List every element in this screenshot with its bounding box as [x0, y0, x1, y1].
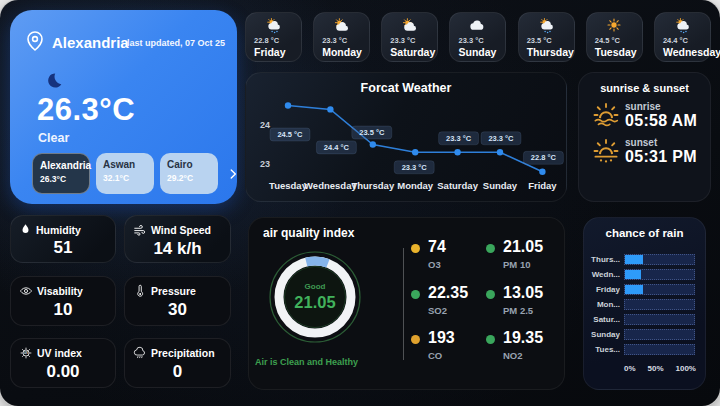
chance-of-rain-card: chance of rain Thurs... Wedn... Friday M…: [583, 217, 706, 390]
city-chip-list: Alexandria 26.3°C Aswan 32.1°C Cairo 29.…: [32, 153, 240, 194]
forecast-chart: 242324.5 °C24.4 °C23.5 °C23.3 °C23.3 °C2…: [246, 73, 568, 203]
aqi-value: 21.05: [294, 293, 335, 311]
day-card-monday[interactable]: 23.3 °C Monday: [313, 12, 370, 62]
status-dot: [411, 244, 420, 253]
status-dot: [411, 335, 420, 344]
wind-icon: [133, 223, 147, 237]
day-card-sunday[interactable]: 23.3 °C Sunday: [449, 12, 506, 62]
sunrise-sunset-card: sunrise & sunset sunrise 05:58 AM sunset…: [578, 72, 711, 202]
city-chip-alexandria[interactable]: Alexandria 26.3°C: [32, 153, 90, 194]
air-quality-title: air quality index: [263, 226, 354, 240]
svg-text:Wednesday: Wednesday: [304, 180, 357, 191]
thermometer-icon: [133, 284, 147, 298]
sun-cloud-rain-icon: [265, 17, 282, 35]
sun-cloud-icon: [401, 17, 418, 34]
rain-row-thursday: Thurs...: [590, 252, 695, 267]
uv-index-card: UV index 0.00: [10, 338, 116, 388]
rain-axis: 0% 50% 100%: [624, 364, 696, 373]
sun-cloud-rain-icon: [538, 17, 555, 35]
last-updated: last updated, 07 Oct 25: [127, 38, 225, 48]
rain-row-tuesday: Tues...: [590, 342, 695, 357]
svg-text:Friday: Friday: [528, 180, 557, 191]
svg-text:23: 23: [260, 159, 270, 169]
chance-of-rain-title: chance of rain: [584, 227, 705, 239]
aqi-status: Good: [305, 282, 326, 291]
rain-row-monday: Mon...: [590, 297, 695, 312]
svg-text:Tuesday: Tuesday: [269, 180, 308, 191]
aqi-caption: Air is Clean and Healthy: [255, 357, 358, 367]
pressure-card: Pressure 30: [124, 276, 231, 326]
pollutant-pm10: 21.05PM 10: [486, 238, 543, 270]
visibility-card: Visability 10: [10, 276, 116, 326]
air-quality-gauge: Good 21.05: [269, 251, 361, 343]
day-card-thursday[interactable]: 23.5 °C Thursday: [518, 12, 575, 62]
status-dot: [486, 335, 495, 344]
wind-speed-value: 14 k/h: [125, 239, 230, 259]
status-dot: [486, 244, 495, 253]
visibility-value: 10: [11, 300, 115, 320]
svg-text:24.4 °C: 24.4 °C: [324, 143, 350, 152]
sunset-time: 05:31 PM: [625, 148, 697, 166]
rain-bar: [625, 285, 643, 294]
day-card-friday[interactable]: 22.8 °C Friday: [245, 12, 302, 62]
cloud-icon: [469, 17, 486, 34]
eye-icon: [19, 284, 33, 298]
sunset-label: sunset: [625, 137, 697, 148]
current-city: Alexandria: [52, 34, 129, 51]
current-weather-card: Alexandria last updated, 07 Oct 25 26.3°…: [10, 10, 237, 204]
sunrise-sunset-title: sunrise & sunset: [579, 82, 710, 94]
pollutant-so2: 22.35SO2: [411, 284, 468, 316]
day-card-tuesday[interactable]: 24.5 °C Tuesday: [586, 12, 643, 62]
chevron-right-icon[interactable]: [226, 167, 240, 181]
sunset-row: sunset 05:31 PM: [591, 136, 710, 166]
sunset-icon: [591, 136, 621, 166]
pollutant-no2: 19.35NO2: [486, 329, 543, 361]
weather-dashboard: Alexandria last updated, 07 Oct 25 26.3°…: [0, 0, 720, 406]
sunrise-label: sunrise: [625, 101, 697, 112]
crescent-moon-icon: [46, 72, 63, 89]
water-drop-icon: [19, 223, 32, 236]
status-dot: [411, 290, 420, 299]
precipitation-card: Precipitation 0: [124, 338, 231, 388]
svg-text:Saturday: Saturday: [437, 180, 478, 191]
humidity-card: Humidity 51: [10, 215, 116, 263]
rain-bar: [625, 255, 643, 264]
pollutant-co: 193CO: [411, 329, 455, 361]
sunrise-icon: [591, 100, 621, 130]
svg-text:24: 24: [260, 120, 270, 130]
city-chip-cairo[interactable]: Cairo 29.2°C: [160, 153, 218, 194]
day-card-saturday[interactable]: 23.3 °C Saturday: [381, 12, 438, 62]
svg-text:Sunday: Sunday: [483, 180, 518, 191]
svg-text:Thursday: Thursday: [351, 180, 394, 191]
current-condition: Clear: [38, 131, 69, 145]
divider: [403, 248, 404, 360]
rain-cloud-icon: [133, 346, 147, 360]
svg-text:23.3 °C: 23.3 °C: [446, 134, 472, 143]
sunrise-row: sunrise 05:58 AM: [591, 100, 710, 130]
sun-cloud-rain-icon: [674, 17, 691, 35]
precipitation-value: 0: [125, 362, 230, 382]
current-temp: 26.3°C: [37, 92, 135, 128]
uv-sun-icon: [19, 346, 33, 360]
svg-text:23.3 °C: 23.3 °C: [488, 134, 514, 143]
pressure-value: 30: [125, 300, 230, 320]
svg-text:23.5 °C: 23.5 °C: [359, 128, 385, 137]
svg-text:24.5 °C: 24.5 °C: [277, 130, 303, 139]
city-chip-aswan[interactable]: Aswan 32.1°C: [96, 153, 154, 194]
svg-text:23.3 °C: 23.3 °C: [402, 163, 428, 172]
forecast-day-strip: 22.8 °C Friday 23.3 °C Monday 23.3 °C Sa…: [245, 12, 711, 62]
day-card-wednesday[interactable]: 24.4 °C Wednesday: [654, 12, 711, 62]
uv-index-value: 0.00: [11, 362, 115, 382]
location-pin-icon: [23, 29, 47, 53]
forecast-chart-card: Forcat Weather 242324.5 °C24.4 °C23.5 °C…: [245, 72, 567, 202]
pollutant-o3: 74O3: [411, 238, 446, 270]
sun-icon: [606, 17, 622, 33]
status-dot: [486, 290, 495, 299]
rain-row-wednesday: Wedn...: [590, 267, 695, 282]
rain-row-sunday: Sunday: [590, 327, 695, 342]
rain-row-friday: Friday: [590, 282, 695, 297]
sun-cloud-icon: [333, 17, 350, 34]
svg-text:22.8 °C: 22.8 °C: [531, 153, 557, 162]
pollutant-pm25: 13.05PM 2.5: [486, 284, 543, 316]
wind-speed-card: Wind Speed 14 k/h: [124, 215, 231, 263]
